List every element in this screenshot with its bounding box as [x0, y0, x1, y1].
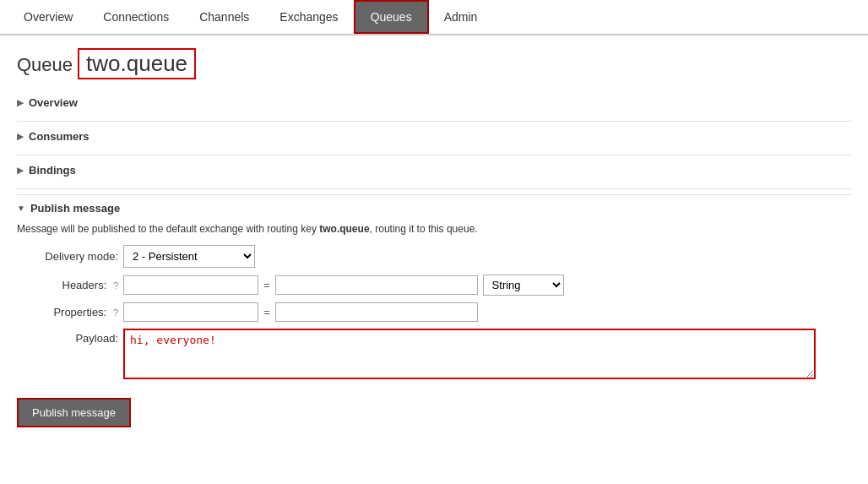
headers-value-input[interactable] — [275, 275, 478, 295]
nav-queues[interactable]: Queues — [354, 0, 429, 34]
section-bindings-label: Bindings — [29, 164, 76, 177]
chevron-right-icon-2: ▶ — [17, 132, 24, 141]
nav-exchanges[interactable]: Exchanges — [264, 2, 353, 32]
page-content: Queue two.queue ▶ Overview ▶ Consumers ▶… — [0, 35, 868, 440]
headers-key-input[interactable] — [123, 275, 258, 295]
publish-section-label: Publish message — [30, 202, 120, 215]
section-overview-header[interactable]: ▶ Overview — [17, 93, 851, 112]
publish-message-button[interactable]: Publish message — [17, 398, 131, 427]
chevron-right-icon: ▶ — [17, 98, 24, 107]
headers-equals: = — [263, 279, 270, 291]
properties-row: Properties: ? = — [17, 302, 851, 322]
properties-label: Properties: ? — [17, 306, 118, 318]
headers-help-icon[interactable]: ? — [113, 280, 118, 291]
delivery-mode-select[interactable]: 1 - Non-persistent 2 - Persistent — [123, 245, 255, 268]
chevron-down-icon: ▼ — [17, 204, 25, 213]
payload-row: Payload: hi, everyone! — [17, 329, 851, 379]
headers-label: Headers: ? — [17, 279, 118, 291]
nav-channels[interactable]: Channels — [184, 2, 264, 32]
routing-key: two.queue — [319, 223, 369, 235]
publish-section: ▼ Publish message Message will be publis… — [17, 194, 851, 427]
payload-label: Payload: — [17, 329, 118, 345]
publish-info-text: Message will be published to the default… — [17, 223, 851, 235]
divider-2 — [17, 155, 851, 155]
section-bindings-header[interactable]: ▶ Bindings — [17, 160, 851, 180]
divider-1 — [17, 121, 851, 122]
headers-row: Headers: ? = String Number Boolean — [17, 275, 851, 296]
section-bindings: ▶ Bindings — [17, 160, 851, 180]
properties-key-input[interactable] — [123, 302, 258, 322]
nav-bar: Overview Connections Channels Exchanges … — [0, 0, 868, 35]
nav-admin[interactable]: Admin — [429, 2, 493, 32]
section-consumers: ▶ Consumers — [17, 127, 851, 146]
delivery-mode-row: Delivery mode: 1 - Non-persistent 2 - Pe… — [17, 245, 851, 268]
section-consumers-label: Consumers — [29, 130, 90, 143]
info-text-suffix: , routing it to this queue. — [370, 223, 478, 235]
info-text-prefix: Message will be published to the default… — [17, 223, 319, 235]
page-title-area: Queue two.queue — [17, 48, 851, 79]
payload-textarea[interactable]: hi, everyone! — [123, 329, 816, 379]
page-title-prefix: Queue — [17, 54, 73, 76]
properties-value-input[interactable] — [275, 302, 478, 322]
section-consumers-header[interactable]: ▶ Consumers — [17, 127, 851, 146]
chevron-right-icon-3: ▶ — [17, 166, 24, 175]
section-overview-label: Overview — [29, 96, 78, 109]
section-overview: ▶ Overview — [17, 93, 851, 112]
divider-3 — [17, 188, 851, 189]
publish-section-header[interactable]: ▼ Publish message — [17, 202, 851, 215]
properties-help-icon[interactable]: ? — [113, 307, 118, 318]
properties-equals: = — [263, 306, 270, 318]
nav-overview[interactable]: Overview — [8, 2, 88, 32]
headers-type-select[interactable]: String Number Boolean — [483, 275, 564, 296]
nav-connections[interactable]: Connections — [88, 2, 184, 32]
delivery-mode-label: Delivery mode: — [17, 250, 118, 263]
queue-name: two.queue — [78, 48, 196, 79]
